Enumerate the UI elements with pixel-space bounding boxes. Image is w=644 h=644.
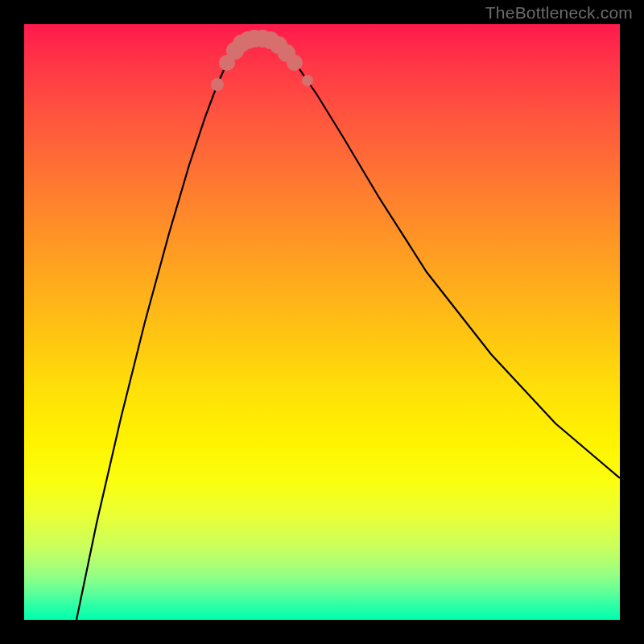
bottleneck-curve-right (254, 39, 620, 478)
marker-dot (302, 75, 313, 86)
curve-group (76, 39, 620, 620)
plot-area (24, 24, 620, 620)
watermark-text: TheBottleneck.com (485, 3, 633, 23)
marker-dot (211, 78, 224, 91)
marker-dot (287, 55, 303, 71)
chart-frame: TheBottleneck.com (0, 0, 644, 644)
bottleneck-curve-left (76, 39, 254, 620)
markers-group (211, 30, 313, 91)
chart-svg (24, 24, 620, 620)
